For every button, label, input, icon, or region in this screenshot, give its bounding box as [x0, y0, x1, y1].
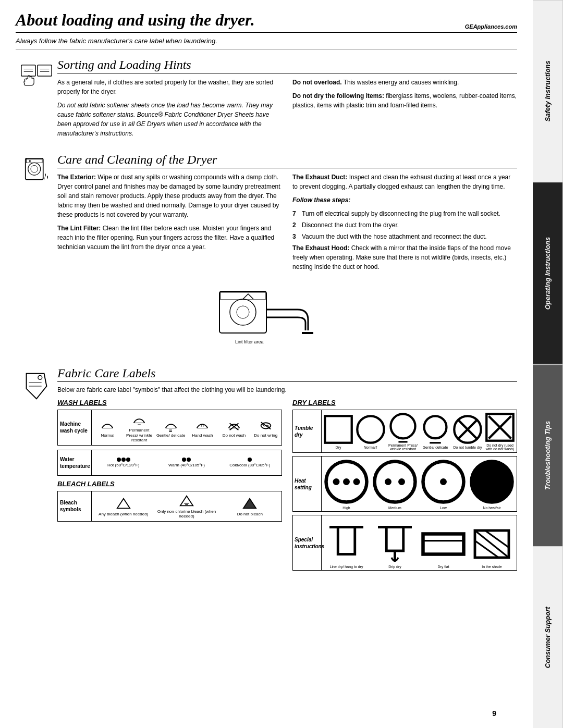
bleach-donot-icon	[242, 496, 257, 511]
sorting-r1-text: This wastes energy and causes wrinkling.	[342, 79, 459, 86]
page-header: About loading and using the dryer. GEApp…	[16, 10, 517, 33]
care-hood-bold: The Exhaust Hood:	[292, 244, 349, 252]
step2-num: 2	[292, 220, 300, 230]
sidebar-tab-operating[interactable]: Operating Instructions	[533, 182, 563, 364]
fabric-section: Fabric Care Labels Below are fabric care…	[16, 366, 517, 574]
svg-point-13	[237, 306, 249, 318]
bleach-section: BLEACH LABELS Bleach symbols	[57, 480, 282, 522]
wash-normal-icon	[100, 417, 115, 432]
fabric-intro: Below are fabric care label "symbols" th…	[57, 386, 517, 393]
wash-labels-col: WASH LABELS Machine wash cycle	[57, 399, 282, 574]
sorting-icon	[16, 58, 57, 95]
temp-hot-cell: Hot (50°C/120°F)	[93, 458, 154, 468]
special-dripdry-icon	[371, 517, 419, 564]
care-lint-bold: The Lint Filter:	[57, 225, 101, 232]
dot1	[117, 458, 121, 462]
bleach-any-icon	[116, 496, 131, 511]
bleach-any-cell: Any bleach (when needed)	[93, 496, 154, 517]
svg-rect-39	[325, 416, 351, 442]
wash-row-1-name: Machine wash cycle	[58, 410, 92, 445]
heat-low-cell: Low	[420, 458, 467, 510]
dry-labels-title: DRY LABELS	[292, 399, 517, 406]
sidebar-tab-safety[interactable]: Safety Instructions	[533, 0, 563, 182]
dot3	[126, 458, 130, 462]
wash-row-1-icons: Normal Permanent Press/ wrinkl	[92, 410, 282, 445]
svg-marker-34	[117, 498, 130, 508]
temp-warm-cell: Warm (40°C/105°F)	[156, 458, 217, 468]
dot2	[121, 458, 126, 462]
dot1	[182, 458, 186, 462]
heat-none-cell: No heat/air	[468, 458, 516, 510]
sidebar-troubleshooting-label: Troubleshooting Tips	[544, 421, 552, 489]
svg-point-12	[230, 299, 256, 325]
tumble-donot-icon	[452, 414, 483, 445]
wash-row-1: Machine wash cycle Normal	[57, 410, 282, 446]
website-url: GEAppliances.com	[465, 23, 517, 30]
temp-warm-dots	[182, 458, 191, 462]
special-row: Special instructions Line dry/ hang to d…	[292, 515, 517, 571]
special-linedry-icon	[323, 517, 370, 564]
bleach-donot-cell: Do not bleach	[219, 496, 280, 517]
sorting-r2: Do not dry the following items: fibergla…	[292, 91, 517, 110]
bleach-donot-label: Do not bleach	[237, 512, 263, 517]
wash-hand-icon	[195, 417, 210, 432]
tumble-permpress-icon	[387, 412, 419, 443]
care-icon	[16, 153, 57, 190]
wash-normal-cell: Normal	[93, 417, 123, 438]
bleach-row: Bleach symbols Any bleach (when needed)	[57, 491, 282, 522]
svg-point-7	[28, 163, 41, 175]
care-lint: The Lint Filter: Clean the lint filter b…	[57, 224, 282, 252]
care-section: Care and Cleaning of the Dryer The Exter…	[16, 153, 517, 356]
svg-point-55	[353, 478, 360, 485]
wash-labels-title: WASH LABELS	[57, 399, 282, 406]
wash-hand-label: Hand wash	[192, 433, 213, 438]
sidebar-tab-troubleshooting[interactable]: Troubleshooting Tips	[533, 364, 563, 546]
heat-row-name: Heat setting	[293, 456, 322, 511]
svg-point-57	[385, 478, 391, 485]
wash-permpress-cell: Permanent Press/ wrinkle resistant	[125, 412, 154, 443]
heat-low-label: Low	[440, 506, 447, 510]
svg-line-71	[485, 530, 509, 548]
heat-high-icon	[323, 458, 370, 505]
special-linedry-label: Line dry/ hang to dry	[330, 565, 363, 569]
follow-steps: Follow these steps:	[292, 195, 517, 205]
sorting-r1: Do not overload. This wastes energy and …	[292, 78, 517, 87]
svg-point-10	[29, 160, 31, 162]
svg-line-70	[475, 541, 499, 558]
wash-hand-cell: Hand wash	[188, 417, 217, 438]
svg-point-54	[343, 478, 350, 485]
bleach-nonchlor-label: Only non-chlorine bleach (when needed)	[156, 509, 217, 519]
diagram-image: Lint filter area	[57, 281, 517, 351]
wash-row-2: Water temperature Hot (50°C/120°	[57, 450, 282, 476]
sorting-body: Sorting and Loading Hints As a general r…	[57, 58, 517, 142]
svg-rect-14	[221, 292, 265, 300]
heat-medium-icon	[371, 458, 419, 505]
svg-point-58	[398, 478, 405, 485]
step3-text: Vacuum the duct with the hose attachment…	[302, 232, 487, 241]
svg-rect-11	[219, 291, 266, 333]
fabric-title: Fabric Care Labels	[57, 366, 517, 382]
svg-rect-63	[338, 527, 355, 554]
step3: 3 Vacuum the duct with the hose attachme…	[292, 232, 517, 241]
labels-grid: WASH LABELS Machine wash cycle	[57, 399, 517, 574]
page-number: 9	[492, 709, 496, 718]
svg-marker-38	[243, 498, 256, 508]
special-shade-cell: In the shade	[468, 517, 516, 569]
wash-donot-icon	[227, 417, 241, 432]
sidebar-operating-label: Operating Instructions	[544, 237, 552, 310]
sidebar-tab-consumer[interactable]: Consumer Support	[533, 546, 563, 728]
care-exterior: The Exterior: Wipe or dust any spills or…	[57, 172, 282, 219]
subtitle: Always follow the fabric manufacturer's …	[16, 37, 517, 50]
wash-donot-label: Do not wash	[223, 433, 246, 438]
care-right-col: The Exhaust Duct: Inspect and clean the …	[292, 172, 517, 276]
tumble-donot-label: Do not tumble dry	[453, 446, 482, 449]
heat-low-icon	[420, 458, 467, 505]
fabric-icon	[16, 366, 57, 404]
step2: 2 Disconnect the duct from the dryer.	[292, 220, 517, 230]
care-exhaust-bold: The Exhaust Duct:	[292, 174, 347, 181]
wash-nowring-cell: Do not wring	[251, 417, 280, 438]
tumble-dry-cell: Dry	[323, 414, 354, 449]
sidebar-consumer-label: Consumer Support	[544, 607, 552, 668]
heat-icons: High Medium	[322, 456, 517, 511]
bleach-any-label: Any bleach (when needed)	[99, 512, 148, 517]
